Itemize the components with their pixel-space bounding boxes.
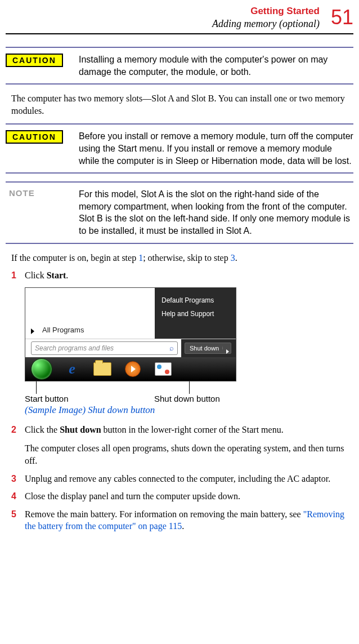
- figure-caption: (Sample Image) Shut down button: [25, 405, 236, 416]
- search-input[interactable]: Search programs and files ⌕: [31, 341, 178, 355]
- start-menu-top: All Programs Default Programs Help and S…: [25, 288, 236, 339]
- caution-callout: CAUTION Installing a memory module with …: [6, 47, 353, 85]
- arrow-right-icon: [31, 328, 34, 334]
- figure-label-shutdown-button: Shut down button: [154, 394, 236, 403]
- step-number: 5: [11, 508, 25, 532]
- step-text: Close the display panel and turn the com…: [25, 490, 353, 503]
- steps-list-cont: 2 Click the Shut down button in the lowe…: [11, 424, 353, 532]
- shutdown-group: Shut down: [181, 339, 236, 357]
- caution-text: Before you install or remove a memory mo…: [79, 130, 353, 167]
- figure-labels: Start button Shut down button: [25, 394, 236, 403]
- caution-badge: CAUTION: [6, 54, 73, 67]
- start-menu-left-pane: All Programs: [25, 288, 155, 339]
- menu-item-help-support[interactable]: Help and Support: [161, 307, 236, 321]
- menu-item-default-programs[interactable]: Default Programs: [161, 294, 236, 307]
- leader-line-start: [36, 381, 37, 394]
- step-ref-3[interactable]: 3: [231, 253, 235, 263]
- page-number: 51: [331, 7, 353, 28]
- figure-label-start-button: Start button: [25, 394, 154, 403]
- shutdown-bold: Shut down: [60, 425, 101, 434]
- leader-line-shutdown: [189, 381, 190, 394]
- ie-icon: e: [69, 361, 75, 377]
- shutdown-label: Shut down: [190, 345, 219, 352]
- start-menu-figure: All Programs Default Programs Help and S…: [25, 287, 236, 416]
- body-paragraph: The computer has two memory slots—Slot A…: [11, 92, 353, 117]
- step-item: 2 Click the Shut down button in the lowe…: [11, 424, 353, 467]
- search-placeholder: Search programs and files: [35, 344, 114, 352]
- note-badge-label: NOTE: [6, 188, 38, 198]
- step-number: 4: [11, 490, 25, 503]
- start-menu-screenshot: All Programs Default Programs Help and S…: [25, 287, 236, 381]
- step-text: Click the Shut down button in the lower-…: [25, 424, 353, 467]
- start-label: Start: [47, 270, 66, 280]
- step-number: 1: [11, 269, 25, 282]
- step-text: Click Start.: [25, 269, 353, 282]
- step-item: 3 Unplug and remove any cables connected…: [11, 473, 353, 485]
- start-menu-bottom-row: Search programs and files ⌕ Shut down: [25, 339, 236, 357]
- shutdown-button[interactable]: Shut down: [185, 343, 231, 354]
- note-callout: NOTE For this model, Slot A is the slot …: [6, 181, 353, 243]
- step-text: Remove the main battery. For information…: [25, 508, 353, 532]
- note-text: For this model, Slot A is the slot on th…: [79, 188, 353, 237]
- step-item: 4 Close the display panel and turn the c…: [11, 490, 353, 503]
- shutdown-arrow-icon[interactable]: [222, 346, 226, 350]
- start-menu-right-pane: Default Programs Help and Support: [155, 288, 236, 339]
- paint-icon: [155, 362, 172, 376]
- taskbar-ie[interactable]: e: [58, 359, 86, 379]
- step-number: 3: [11, 473, 25, 485]
- windows-orb-icon: [31, 358, 52, 380]
- steps-list: 1 Click Start.: [11, 269, 353, 282]
- step-number: 2: [11, 424, 25, 467]
- all-programs-item[interactable]: All Programs: [42, 326, 84, 334]
- caution-badge: CAUTION: [6, 130, 73, 144]
- figure-leader-lines: [25, 381, 236, 394]
- step-ref-1[interactable]: 1: [138, 253, 143, 263]
- step-text: Unplug and remove any cables connected t…: [25, 473, 353, 485]
- step-item: 5 Remove the main battery. For informati…: [11, 508, 353, 532]
- intro-sentence: If the computer is on, begin at step 1; …: [11, 252, 353, 264]
- intro-mid: ; otherwise, skip to step: [143, 253, 231, 263]
- folder-icon: [93, 362, 111, 376]
- page-header: Getting Started Adding memory (optional)…: [6, 6, 353, 30]
- note-badge: NOTE: [6, 188, 73, 198]
- section-title: Getting Started: [212, 6, 320, 17]
- header-titles: Getting Started Adding memory (optional): [212, 6, 320, 30]
- step-sub-text: The computer closes all open programs, s…: [25, 442, 353, 467]
- caution-badge-label: CAUTION: [6, 54, 63, 67]
- taskbar: e: [25, 357, 236, 381]
- caution-text: Installing a memory module with the comp…: [79, 54, 353, 78]
- caution-badge-label: CAUTION: [6, 130, 63, 144]
- taskbar-media-player[interactable]: [119, 359, 147, 379]
- intro-pre: If the computer is on, begin at step: [11, 253, 138, 263]
- taskbar-paint[interactable]: [149, 359, 177, 379]
- media-player-icon: [125, 361, 141, 377]
- step-item: 1 Click Start.: [11, 269, 353, 282]
- caution-callout: CAUTION Before you install or remove a m…: [6, 123, 353, 174]
- document-page: Getting Started Adding memory (optional)…: [0, 0, 359, 549]
- header-rule: [6, 33, 353, 34]
- taskbar-explorer[interactable]: [88, 359, 116, 379]
- intro-post: .: [235, 253, 237, 263]
- start-button[interactable]: [28, 359, 56, 379]
- search-icon: ⌕: [169, 344, 174, 352]
- subsection-title: Adding memory (optional): [212, 18, 320, 30]
